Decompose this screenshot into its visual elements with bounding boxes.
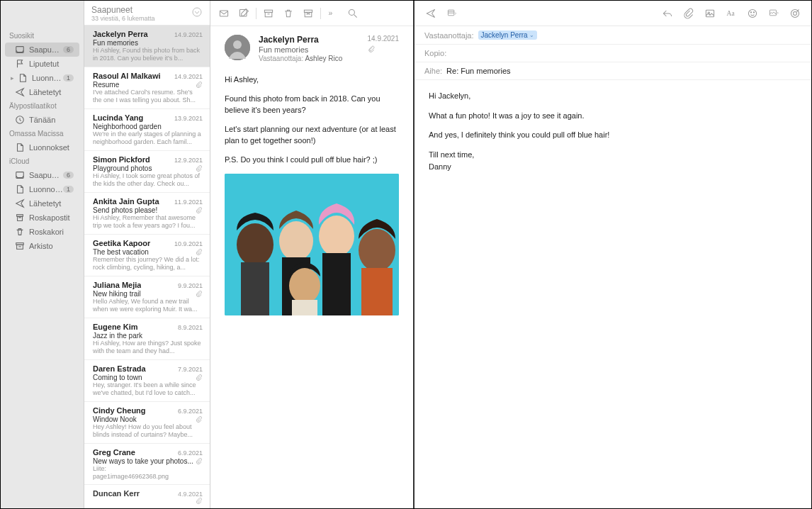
flag-icon — [15, 59, 25, 69]
clock-icon — [15, 115, 25, 125]
sidebar-item-tänään[interactable]: Tänään — [5, 113, 79, 127]
message-row[interactable]: Ankita Jain Gupta11.9.2021Send photos pl… — [84, 193, 210, 235]
photo-icon[interactable] — [701, 6, 719, 21]
message-preview: Hello Ashley, We found a new trail when … — [93, 298, 203, 313]
message-row[interactable]: Cindy Cheung6.9.2021Window NookHey Ashle… — [84, 402, 210, 444]
message-row[interactable]: Lucinda Yang13.9.2021Neighborhood garden… — [84, 109, 210, 151]
message-subject: New hiking trail — [93, 290, 194, 298]
compose-cc-field[interactable]: Kopio: — [415, 45, 811, 62]
message-preview: Hey, stranger. It's been a while since w… — [93, 381, 203, 397]
message-sender: Daren Estrada — [93, 364, 146, 373]
message-row[interactable]: Duncan Kerr4.9.2021 — [84, 485, 210, 508]
sidebar-badge: 1 — [63, 186, 74, 193]
reply-icon[interactable] — [215, 6, 233, 21]
header-fields-icon[interactable] — [443, 6, 461, 21]
message-preview: Hey Ashley! How do you feel about blinds… — [93, 423, 203, 439]
sidebar-item-label: Luonnokset — [29, 185, 63, 194]
chevron-down-icon[interactable]: ⌄ — [529, 32, 534, 38]
attachment-icon — [196, 207, 203, 213]
message-date: 10.9.2021 — [174, 240, 203, 247]
markup-icon[interactable] — [786, 6, 804, 21]
emoji-icon[interactable] — [743, 6, 762, 21]
attach-icon[interactable] — [680, 6, 698, 21]
message-row[interactable]: Eugene Kim8.9.2021Jazz in the parkHi Ash… — [84, 318, 210, 360]
sidebar-item-saapuneet[interactable]: Saapuneet6 — [5, 168, 79, 182]
svg-point-33 — [753, 11, 754, 12]
recipient-chip[interactable]: Jackelyn Perra⌄ — [478, 30, 537, 40]
sidebar-item-roskapostit[interactable]: Roskapostit — [5, 211, 79, 225]
svg-rect-28 — [706, 10, 714, 17]
message-list-pane: Saapuneet 33 viestiä, 6 lukematta Jackel… — [84, 1, 210, 508]
message-row[interactable]: Daren Estrada7.9.2021Coming to townHey, … — [84, 360, 210, 402]
message-list-rows[interactable]: Jackelyn Perra14.9.2021Fun memoriesHi As… — [84, 26, 210, 508]
message-preview: Liite: — [93, 465, 203, 473]
message-row[interactable]: Greg Crane6.9.2021New ways to take your … — [84, 444, 210, 485]
message-preview: I've attached Carol's resume. She's the … — [93, 89, 203, 104]
message-row[interactable]: Geetika Kapoor10.9.2021The best vacation… — [84, 235, 210, 276]
compose-body[interactable]: Hi Jackelyn,What a fun photo! It was a j… — [415, 80, 811, 508]
compose-subject-field[interactable]: Aihe: Re: Fun memories — [415, 62, 811, 80]
svg-point-5 — [193, 8, 201, 16]
svg-point-21 — [319, 216, 354, 257]
attachment-icon — [196, 249, 203, 255]
message-row[interactable]: Jackelyn Perra14.9.2021Fun memoriesHi As… — [84, 26, 210, 67]
sidebar-item-roskakori[interactable]: Roskakori — [5, 225, 79, 239]
message-date: 14.9.2021 — [174, 73, 203, 80]
compose-paragraph[interactable]: And yes, I definitely think you could pu… — [429, 129, 797, 142]
format-icon[interactable]: Aa — [722, 6, 740, 21]
trash-icon[interactable] — [279, 6, 298, 21]
message-date: 13.9.2021 — [174, 115, 203, 122]
svg-rect-18 — [241, 262, 269, 315]
sidebar-item-label: Roskapostit — [29, 213, 74, 222]
message-row[interactable]: Simon Pickford12.9.2021Playground photos… — [84, 151, 210, 193]
compose-paragraph[interactable]: What a fun photo! It was a joy to see it… — [429, 110, 797, 123]
message-preview: We're in the early stages of planning a … — [93, 130, 203, 146]
compose-icon[interactable] — [235, 6, 253, 21]
search-icon[interactable] — [344, 6, 362, 21]
svg-text:»: » — [329, 9, 333, 17]
reader-toolbar: » — [210, 1, 413, 26]
chevron-right-icon[interactable]: ▸ — [11, 74, 16, 82]
sent-icon — [15, 87, 25, 97]
archive-icon[interactable] — [259, 6, 278, 21]
svg-point-13 — [349, 9, 354, 15]
sidebar-item-luonnokset[interactable]: Luonnokset — [5, 140, 79, 155]
compose-paragraph[interactable]: Till next time,Danny — [429, 149, 797, 174]
sidebar-item-liputetut[interactable]: Liputetut — [5, 57, 79, 71]
message-sender: Jackelyn Perra — [93, 30, 148, 38]
junk-icon — [15, 213, 25, 223]
filter-icon[interactable] — [191, 6, 203, 18]
compose-to-field[interactable]: Vastaanottaja: Jackelyn Perra⌄ — [415, 26, 811, 45]
sidebar-item-lähetetyt[interactable]: Lähetetyt — [5, 196, 79, 211]
reply-arrow-icon[interactable] — [658, 6, 677, 21]
compose-paragraph[interactable]: Hi Jackelyn, — [429, 90, 797, 103]
message-row[interactable]: Rasoul Al Malkawi14.9.2021ResumeI've att… — [84, 67, 210, 109]
message-date: 6.9.2021 — [178, 408, 203, 415]
sidebar-section-title: Suosikit — [1, 29, 84, 43]
sidebar-item-label: Tänään — [29, 116, 74, 124]
sidebar-item-saapuneet[interactable]: Saapuneet6 — [5, 43, 79, 57]
svg-point-25 — [289, 268, 320, 303]
sidebar: SuosikitSaapuneet6Liputetut▸Luonnokset1L… — [1, 1, 84, 508]
reader-paragraph: Let's start planning our next adventure … — [225, 123, 399, 147]
junk-icon[interactable] — [299, 6, 317, 21]
sidebar-item-lähetetyt[interactable]: Lähetetyt — [5, 85, 79, 99]
sidebar-item-arkisto[interactable]: Arkisto — [5, 239, 79, 253]
message-preview: Hi Ashley, Remember that awesome trip we… — [93, 214, 203, 230]
message-subject: Resume — [93, 81, 194, 89]
message-sender: Lucinda Yang — [93, 113, 143, 122]
send-icon[interactable] — [422, 6, 440, 21]
message-subject: Fun memories — [93, 39, 203, 47]
reader-recipient: Vastaanottaja: Ashley Rico — [259, 55, 359, 62]
media-icon[interactable] — [765, 6, 783, 21]
sidebar-item-luonnokset[interactable]: ▸Luonnokset1 — [5, 71, 79, 85]
message-date: 8.9.2021 — [178, 324, 203, 331]
sidebar-item-luonnokset[interactable]: Luonnokset1 — [5, 182, 79, 196]
more-icon[interactable]: » — [324, 6, 342, 21]
message-row[interactable]: Juliana Mejia9.9.2021New hiking trailHel… — [84, 276, 210, 318]
attachment-icon — [196, 374, 203, 381]
svg-point-15 — [233, 40, 242, 49]
svg-rect-24 — [361, 268, 393, 315]
sent-icon — [15, 198, 25, 208]
sidebar-item-label: Roskakori — [29, 228, 74, 236]
